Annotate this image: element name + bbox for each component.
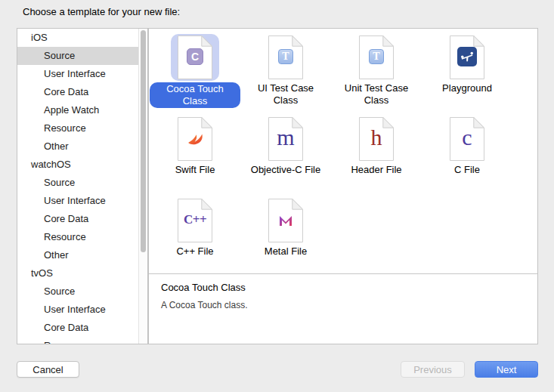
unit-test-case-class-document-icon: T: [352, 34, 401, 81]
description-panel: Cocoa Touch Class A Cocoa Touch class.: [149, 273, 537, 344]
sidebar-item-source-8[interactable]: Source: [17, 174, 138, 192]
template-label-unit-test-case-class: Unit Test Case Class: [335, 82, 418, 106]
template-label-ui-test-case-class: UI Test Case Class: [244, 82, 327, 106]
description-title: Cocoa Touch Class: [161, 282, 525, 293]
template-grid: CCocoa Touch ClassTUI Test Case ClassTUn…: [149, 29, 537, 273]
c-file-c-icon: c: [450, 117, 484, 161]
template-label-metal-file: Metal File: [265, 245, 307, 258]
sidebar-list: iOSSourceUser InterfaceCore DataApple Wa…: [17, 29, 138, 344]
template-swift-file[interactable]: Swift File: [150, 116, 240, 197]
sidebar-item-source-14[interactable]: Source: [17, 282, 138, 301]
sidebar-item-other-6[interactable]: Other: [17, 137, 138, 156]
metal-m-icon: [268, 199, 303, 242]
sidebar-group-tvos-13[interactable]: tvOS: [17, 264, 138, 282]
sidebar-item-apple-watch-4[interactable]: Apple Watch: [17, 101, 138, 119]
test-case-badge-icon: T: [369, 49, 384, 64]
sidebar-item-user-interface-2[interactable]: User Interface: [17, 65, 138, 83]
header-file-document-icon: h: [352, 116, 401, 162]
previous-button[interactable]: Previous: [401, 361, 465, 378]
test-case-badge-icon: T: [278, 49, 293, 64]
cancel-button[interactable]: Cancel: [17, 361, 79, 378]
dialog-title: Choose a template for your new file:: [23, 6, 180, 17]
sidebar-group-ios-0[interactable]: iOS: [17, 29, 138, 47]
swift-file-document-icon: [171, 116, 219, 162]
template-label-c-file: C File: [454, 164, 480, 176]
swift-bird-icon: [178, 117, 212, 161]
template-row-3: C++C++ FileMetal File: [149, 197, 537, 273]
header-h-icon: h: [359, 117, 394, 161]
description-text: A Cocoa Touch class.: [161, 300, 525, 310]
sidebar-scrollbar[interactable]: [138, 29, 147, 344]
sidebar-item-resource-11[interactable]: Resource: [17, 228, 138, 246]
c-file-document-icon: c: [443, 116, 491, 162]
c-class-badge-icon: C: [187, 48, 203, 65]
template-label-header-file: Header File: [351, 164, 401, 176]
sidebar-item-core-data-10[interactable]: Core Data: [17, 210, 138, 228]
sidebar-item-user-interface-15[interactable]: User Interface: [17, 301, 138, 319]
template-label-c-file: C++ File: [176, 245, 213, 258]
template-row-1: CCocoa Touch ClassTUI Test Case ClassTUn…: [149, 34, 537, 116]
template-cocoa-touch-class[interactable]: CCocoa Touch Class: [150, 34, 240, 116]
sidebar-item-core-data-3[interactable]: Core Data: [17, 83, 138, 101]
next-button[interactable]: Next: [475, 361, 538, 378]
template-label-swift-file: Swift File: [175, 164, 215, 176]
template-label-cocoa-touch-class: Cocoa Touch Class: [150, 82, 240, 108]
template-pane: CCocoa Touch ClassTUI Test Case ClassTUn…: [148, 28, 538, 344]
template-metal-file[interactable]: Metal File: [240, 197, 331, 273]
template-objective-c-file[interactable]: mObjective-C File: [240, 116, 331, 197]
ui-test-case-class-document-icon: T: [262, 34, 310, 81]
template-label-playground: Playground: [442, 82, 492, 94]
template-header-file[interactable]: hHeader File: [331, 116, 422, 197]
template-c-file[interactable]: cC File: [422, 116, 512, 197]
template-label-objective-c-file: Objective-C File: [251, 164, 320, 176]
sidebar-item-user-interface-9[interactable]: User Interface: [17, 192, 138, 210]
objective-c-file-document-icon: m: [262, 116, 310, 162]
template-playground[interactable]: Playground: [422, 34, 512, 116]
template-unit-test-case-class[interactable]: TUnit Test Case Class: [331, 34, 422, 116]
cocoa-touch-class-document-icon: C: [171, 34, 219, 81]
category-sidebar: iOSSourceUser InterfaceCore DataApple Wa…: [17, 28, 148, 344]
cpp-icon: C++: [178, 199, 212, 242]
template-ui-test-case-class[interactable]: TUI Test Case Class: [240, 34, 331, 116]
sidebar-group-watchos-7[interactable]: watchOS: [17, 156, 138, 174]
playground-document-icon: [443, 34, 491, 81]
sidebar-item-source-1[interactable]: Source: [17, 47, 138, 65]
sidebar-scrollbar-thumb[interactable]: [141, 30, 146, 252]
sidebar-item-core-data-16[interactable]: Core Data: [17, 319, 138, 337]
sidebar-item-other-12[interactable]: Other: [17, 246, 138, 264]
playground-seesaw-icon: [457, 47, 477, 66]
sidebar-item-resource-17[interactable]: Resource: [17, 337, 138, 344]
c-file-document-icon: C++: [171, 197, 219, 244]
template-row-2: Swift FilemObjective-C FilehHeader Filec…: [149, 116, 537, 197]
objective-c-m-icon: m: [268, 117, 303, 161]
sidebar-item-resource-5[interactable]: Resource: [17, 119, 138, 137]
metal-file-document-icon: [262, 197, 310, 244]
template-c-file[interactable]: C++C++ File: [150, 197, 240, 273]
